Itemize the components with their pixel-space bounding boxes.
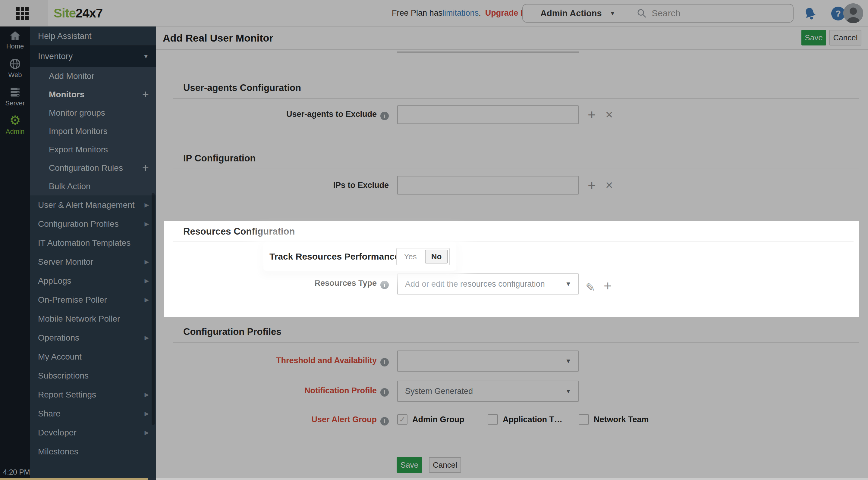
section-title: Resources Configuration (183, 226, 295, 237)
section-resources-configuration: Resources Configuration Track Resources … (164, 221, 859, 317)
bottom-edge-strip (0, 478, 868, 480)
field-label: Resources Typei (164, 279, 389, 289)
section-divider (173, 241, 854, 241)
track-resources-toggle[interactable]: Yes No (396, 248, 450, 265)
bottom-strip-dark (148, 478, 156, 480)
track-resources-spotlight: Track Resources Performance Yes No (264, 242, 456, 271)
dropdown-placeholder: Add or edit the resources configuration (405, 279, 545, 289)
chevron-down-icon: ▼ (565, 280, 571, 287)
edit-resources-icon[interactable]: ✎ (586, 281, 595, 294)
resources-type-dropdown[interactable]: Add or edit the resources configuration … (397, 273, 579, 295)
add-resources-icon[interactable]: + (604, 280, 612, 292)
track-resources-label: Track Resources Performance (270, 251, 400, 262)
bottom-strip-tan (0, 478, 148, 480)
site24x7-app: Site24x7 Free Plan has limitations . Upg… (0, 0, 868, 480)
info-icon[interactable]: i (380, 281, 389, 289)
toggle-yes-option[interactable]: Yes (397, 252, 424, 262)
toggle-no-option-selected[interactable]: No (425, 250, 448, 264)
bottom-strip-gray (156, 478, 868, 480)
